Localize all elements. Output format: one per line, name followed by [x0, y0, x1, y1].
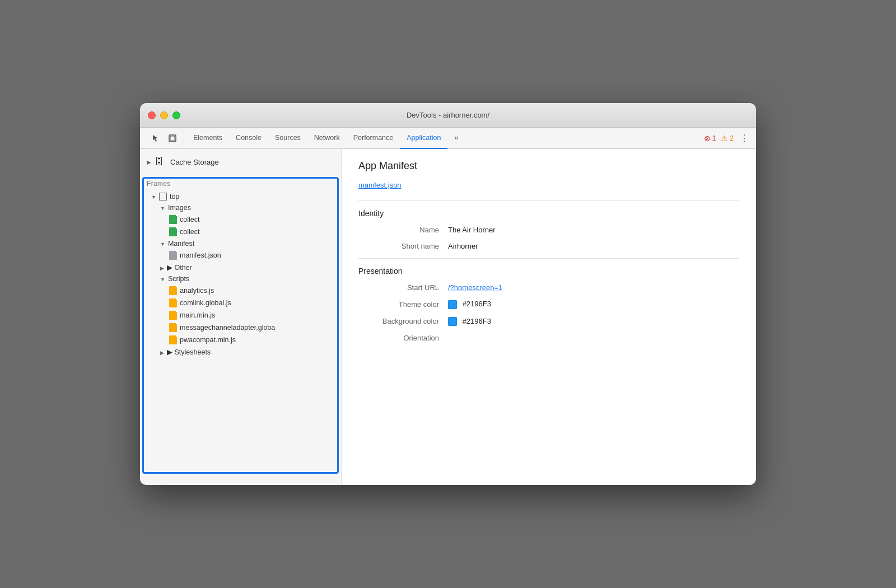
divider-1: [358, 200, 739, 201]
analytics-label: analytics.js: [180, 287, 214, 295]
theme-color-row: Theme color #2196F3: [358, 300, 739, 309]
tab-sources[interactable]: Sources: [268, 128, 307, 149]
more-options-button[interactable]: ⋮: [737, 131, 752, 146]
manifest-link[interactable]: manifest.json: [358, 181, 739, 189]
title-bar: DevTools - airhorner.com/: [140, 103, 756, 128]
tree-item-comlink[interactable]: comlink.global.js: [147, 297, 334, 309]
error-icon: ⊗: [704, 134, 711, 143]
file-green-icon-1: [169, 215, 177, 224]
triangle-down-scripts-icon: [160, 275, 168, 283]
tab-network[interactable]: Network: [307, 128, 347, 149]
comlink-label: comlink.global.js: [180, 299, 231, 307]
warning-count: 2: [730, 134, 734, 142]
file-yellow-icon-main: [169, 311, 177, 320]
main-panel: App Manifest manifest.json Identity Name…: [342, 149, 756, 485]
file-yellow-icon-comlink: [169, 298, 177, 307]
short-name-value: Airhorner: [448, 242, 478, 250]
close-button[interactable]: [148, 111, 156, 119]
sidebar-top: ▶ 🗄 Cache Storage: [140, 149, 341, 175]
tree-item-scripts[interactable]: Scripts: [147, 273, 334, 284]
tree-item-other[interactable]: ▶ Other: [147, 262, 334, 273]
name-row: Name The Air Horner: [358, 226, 739, 234]
tab-elements[interactable]: Elements: [186, 128, 229, 149]
triangle-down-icon: [151, 193, 159, 200]
collect1-label: collect: [180, 216, 199, 223]
tree-item-collect1[interactable]: collect: [147, 213, 334, 226]
start-url-label: Start URL: [358, 283, 448, 292]
storage-icon: 🗄: [155, 157, 164, 167]
file-yellow-icon-message: [169, 323, 177, 332]
short-name-row: Short name Airhorner: [358, 242, 739, 250]
frame-icon: [159, 193, 167, 200]
main-content: ▶ 🗄 Cache Storage Frames top: [140, 149, 756, 485]
svg-rect-1: [170, 136, 175, 141]
window-title: DevTools - airhorner.com/: [407, 111, 489, 119]
theme-color-swatch[interactable]: [448, 300, 457, 309]
error-badge: ⊗ 1 ⚠ 2: [704, 134, 734, 143]
start-url-link[interactable]: /?homescreen=1: [448, 283, 502, 292]
tree-item-main[interactable]: main.min.js: [147, 309, 334, 321]
error-count: 1: [712, 134, 716, 142]
tab-more[interactable]: »: [447, 128, 465, 149]
maximize-button[interactable]: [172, 111, 180, 119]
cache-storage-label: Cache Storage: [170, 158, 219, 166]
tree-item-message[interactable]: messagechanneladapter.globa: [147, 321, 334, 334]
short-name-label: Short name: [358, 242, 448, 250]
name-label: Name: [358, 226, 448, 234]
tab-bar-icons: [144, 128, 184, 148]
stylesheets-label: Stylesheets: [174, 348, 211, 356]
background-color-row: Background color #2196F3: [358, 317, 739, 326]
orientation-label: Orientation: [358, 334, 448, 342]
app-manifest-title: App Manifest: [358, 160, 739, 172]
file-green-icon-2: [169, 227, 177, 236]
tab-performance[interactable]: Performance: [347, 128, 400, 149]
cursor-icon[interactable]: [149, 132, 162, 145]
manifest-json-label: manifest.json: [180, 251, 221, 259]
background-color-text: #2196F3: [463, 317, 491, 325]
frames-label: Frames: [147, 180, 334, 188]
presentation-section-title: Presentation: [358, 267, 739, 276]
file-gray-icon: [169, 251, 177, 260]
file-yellow-icon-pwacompat: [169, 335, 177, 344]
name-value: The Air Horner: [448, 226, 496, 234]
tree-item-pwacompat[interactable]: pwacompat.min.js: [147, 334, 334, 346]
message-label: messagechanneladapter.globa: [180, 324, 275, 332]
layers-icon[interactable]: [166, 132, 179, 145]
tree-item-top[interactable]: top: [147, 191, 334, 202]
background-color-swatch[interactable]: [448, 317, 457, 326]
theme-color-value: #2196F3: [448, 300, 491, 309]
tree-item-manifest-json[interactable]: manifest.json: [147, 249, 334, 262]
tree-item-stylesheets[interactable]: ▶ Stylesheets: [147, 346, 334, 358]
minimize-button[interactable]: [160, 111, 168, 119]
background-color-value: #2196F3: [448, 317, 491, 326]
tree-item-manifest[interactable]: Manifest: [147, 238, 334, 249]
manifest-label: Manifest: [168, 240, 194, 248]
collect2-label: collect: [180, 228, 199, 236]
triangle-right-other-icon: ▶: [160, 263, 174, 272]
scripts-label: Scripts: [168, 275, 189, 283]
triangle-right-icon: ▶: [147, 159, 151, 165]
tree-item-analytics[interactable]: analytics.js: [147, 284, 334, 297]
warning-icon: ⚠: [721, 134, 728, 143]
frames-section: Frames top Images collect: [140, 175, 341, 360]
tree-item-collect2[interactable]: collect: [147, 226, 334, 238]
theme-color-text: #2196F3: [463, 300, 491, 308]
triangle-right-stylesheets-icon: ▶: [160, 348, 174, 356]
main-label: main.min.js: [180, 311, 215, 319]
tab-console[interactable]: Console: [229, 128, 268, 149]
start-url-row: Start URL /?homescreen=1: [358, 283, 739, 292]
file-yellow-icon-analytics: [169, 286, 177, 295]
tab-bar: Elements Console Sources Network Perform…: [140, 128, 756, 149]
tab-application[interactable]: Application: [400, 128, 447, 149]
tree-item-images[interactable]: Images: [147, 202, 334, 213]
cache-storage-item[interactable]: ▶ 🗄 Cache Storage: [147, 155, 334, 169]
top-label: top: [170, 193, 179, 200]
theme-color-label: Theme color: [358, 300, 448, 309]
pwacompat-label: pwacompat.min.js: [180, 336, 236, 344]
other-label: Other: [174, 264, 192, 272]
devtools-window: DevTools - airhorner.com/ Elements Conso…: [140, 103, 756, 485]
background-color-label: Background color: [358, 317, 448, 325]
orientation-row: Orientation: [358, 334, 739, 342]
identity-section-title: Identity: [358, 209, 739, 218]
images-label: Images: [168, 204, 191, 212]
